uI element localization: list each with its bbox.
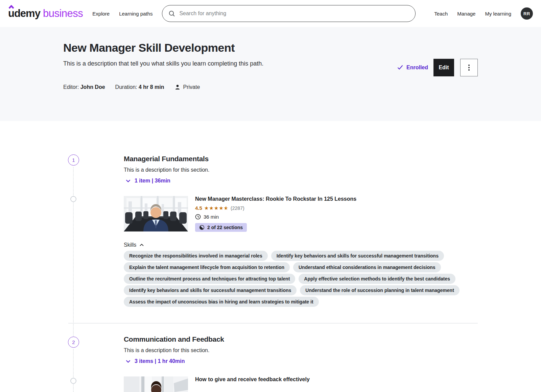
clock-icon (195, 214, 201, 220)
section-title: Communication and Feedback (124, 335, 478, 343)
office-image (124, 376, 188, 392)
timeline-dotted-line (73, 349, 74, 392)
section-divider (68, 323, 478, 323)
progress-pie-icon (199, 225, 205, 230)
skill-chip: Outline the recruitment process and tech… (124, 274, 295, 284)
nav-link-my-learning[interactable]: My learning (485, 11, 511, 17)
course-rating: 4.5 ★★★★☆★ (2287) (195, 205, 356, 211)
path-meta: Editor: John Doe Duration: 4 hr 8 min Pr… (63, 84, 263, 90)
user-avatar[interactable]: RR (521, 7, 533, 20)
editor-meta: Editor: John Doe (63, 84, 105, 90)
more-options-button[interactable] (460, 59, 478, 76)
skills-toggle[interactable]: Skills (124, 242, 144, 248)
star-rating-icons: ★★★★☆★ (204, 205, 229, 211)
duration-value: 4 hr 8 min (139, 84, 164, 90)
enrolled-status[interactable]: Enrolled (397, 65, 428, 71)
skill-chip: Explain the talent management lifecycle … (124, 262, 290, 272)
logo-business-text: business (43, 7, 83, 20)
page-description: This is a description that tell you what… (63, 60, 263, 67)
section-items-toggle[interactable]: 3 items | 1 hr 40min (124, 358, 478, 364)
udemy-business-logo[interactable]: udemy business (8, 7, 83, 20)
section-description: This is a description for this section. (124, 347, 478, 353)
course-thumbnail[interactable] (124, 376, 188, 392)
checkmark-icon (397, 65, 403, 70)
duration-meta: Duration: 4 hr 8 min (115, 84, 164, 90)
review-count: (2287) (231, 205, 244, 211)
logo-udemy-text: udemy (8, 7, 40, 20)
section-description: This is a description for this section. (124, 167, 478, 173)
course-thumbnail[interactable] (124, 196, 188, 231)
skill-chip: Understand the role of succession planni… (300, 285, 460, 295)
section-title: Managerial Fundamentals (124, 155, 478, 163)
course-info: New Manager Masterclass: Rookie To Rocks… (195, 196, 356, 232)
skill-chip: Assess the impact of unconscious bias in… (124, 297, 319, 307)
page-title: New Manager Skill Development (63, 41, 263, 54)
editor-name: John Doe (80, 84, 105, 90)
section-items-toggle[interactable]: 1 item | 36min (124, 178, 478, 184)
person-icon (174, 84, 181, 90)
progress-badge: 2 of 22 sections (195, 223, 247, 232)
skill-chip: Apply effective selection methods to ide… (299, 274, 455, 284)
path-section-2: Communication and Feedback This is a des… (124, 335, 478, 392)
course-info: How to give and receive feedback effecti… (195, 376, 310, 392)
course-title[interactable]: How to give and receive feedback effecti… (195, 376, 310, 383)
skills-chip-list: Recognize the responsibilities involved … (124, 251, 462, 307)
section-1-number-node: 1 (68, 154, 79, 166)
path-header-left: New Manager Skill Development This is a … (63, 41, 263, 90)
top-nav: udemy business Explore Learning paths Te… (0, 0, 541, 27)
boardroom-image (124, 196, 188, 231)
skill-chip: Understand ethical considerations in man… (293, 262, 441, 272)
nav-link-teach[interactable]: Teach (434, 11, 448, 17)
chevron-down-icon (126, 360, 131, 363)
skill-chip: Identify key behaviors and skills for su… (271, 251, 444, 261)
nav-link-explore[interactable]: Explore (92, 11, 110, 17)
kebab-icon (468, 65, 470, 71)
nav-link-manage[interactable]: Manage (457, 11, 475, 17)
search-input[interactable] (179, 10, 409, 17)
course-card[interactable]: New Manager Masterclass: Rookie To Rocks… (124, 196, 478, 232)
course-title[interactable]: New Manager Masterclass: Rookie To Rocks… (195, 196, 356, 202)
search-icon (168, 10, 175, 17)
chevron-up-icon (140, 244, 144, 246)
course-item-node (70, 196, 76, 202)
learning-path: 1 2 Managerial Fundamentals This is a de… (63, 121, 478, 392)
path-section-1: Managerial Fundamentals This is a descri… (124, 121, 478, 307)
course-duration: 36 min (195, 214, 356, 220)
nav-right-group: Teach Manage My learning RR (425, 7, 533, 20)
nav-link-learning-paths[interactable]: Learning paths (119, 11, 152, 17)
search-bar[interactable] (162, 5, 416, 22)
skill-chip: Identify key behaviors and skills for su… (124, 285, 297, 295)
course-card[interactable]: How to give and receive feedback effecti… (124, 376, 478, 392)
path-header: New Manager Skill Development This is a … (0, 27, 541, 121)
edit-button[interactable]: Edit (433, 59, 454, 76)
course-item-node (70, 378, 76, 384)
half-star-icon: ☆★ (224, 205, 229, 211)
skill-chip: Recognize the responsibilities involved … (124, 251, 268, 261)
privacy-meta: Private (174, 84, 200, 90)
chevron-down-icon (126, 179, 131, 182)
timeline-dotted-line (73, 167, 74, 337)
logo-caret-icon (8, 5, 14, 9)
section-2-number-node: 2 (68, 337, 79, 348)
privacy-label: Private (183, 84, 200, 90)
rating-value: 4.5 (195, 205, 202, 211)
path-actions: Enrolled Edit (397, 45, 478, 90)
